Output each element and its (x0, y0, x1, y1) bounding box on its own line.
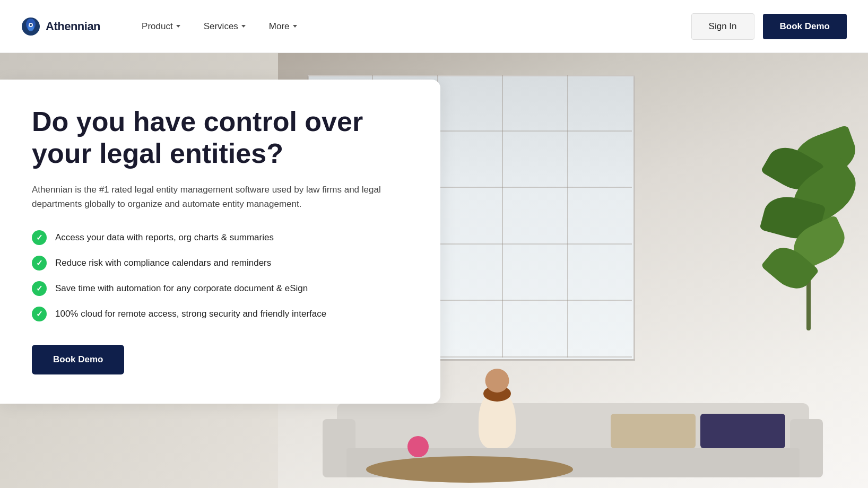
feature-text-4: 100% cloud for remote access, strong sec… (55, 309, 326, 319)
nav-item-more[interactable]: More (259, 17, 307, 36)
feature-item-3: Save time with automation for any corpor… (32, 281, 409, 296)
logo-link[interactable]: Athennian (21, 17, 100, 36)
svg-point-4 (30, 24, 32, 26)
nav-actions: Sign In Book Demo (691, 13, 847, 40)
checkmark-icon-4 (32, 307, 47, 321)
chevron-down-icon (176, 25, 180, 28)
checkmark-icon-2 (32, 256, 47, 271)
feature-text-2: Reduce risk with compliance calendars an… (55, 258, 271, 268)
signin-button[interactable]: Sign In (691, 13, 754, 40)
feature-item-4: 100% cloud for remote access, strong sec… (32, 307, 409, 321)
feature-list: Access your data with reports, org chart… (32, 230, 409, 321)
nav-links: Product Services More (132, 17, 691, 36)
feature-text-1: Access your data with reports, org chart… (55, 232, 274, 243)
chevron-down-icon (241, 25, 246, 28)
navbar: Athennian Product Services More Sign In … (0, 0, 868, 53)
checkmark-icon-1 (32, 230, 47, 245)
logo-icon (21, 17, 40, 36)
person-image (479, 390, 516, 448)
hero-title: Do you have control over your legal enti… (32, 106, 409, 170)
checkmark-icon-3 (32, 281, 47, 296)
hero-card: Do you have control over your legal enti… (0, 80, 440, 404)
feature-item-1: Access your data with reports, org chart… (32, 230, 409, 245)
bookdemo-nav-button[interactable]: Book Demo (763, 14, 847, 39)
logo-text: Athennian (46, 20, 100, 33)
bookdemo-hero-button[interactable]: Book Demo (32, 345, 124, 374)
nav-item-services[interactable]: Services (194, 17, 255, 36)
coffee-table (366, 456, 572, 483)
chevron-down-icon (293, 25, 297, 28)
feature-item-2: Reduce risk with compliance calendars an… (32, 256, 409, 271)
nav-item-product[interactable]: Product (132, 17, 190, 36)
hero-section: Do you have control over your legal enti… (0, 53, 868, 488)
plant-decoration (761, 118, 856, 330)
feature-text-3: Save time with automation for any corpor… (55, 283, 308, 294)
hero-subtitle: Athennian is the #1 rated legal entity m… (32, 182, 393, 211)
